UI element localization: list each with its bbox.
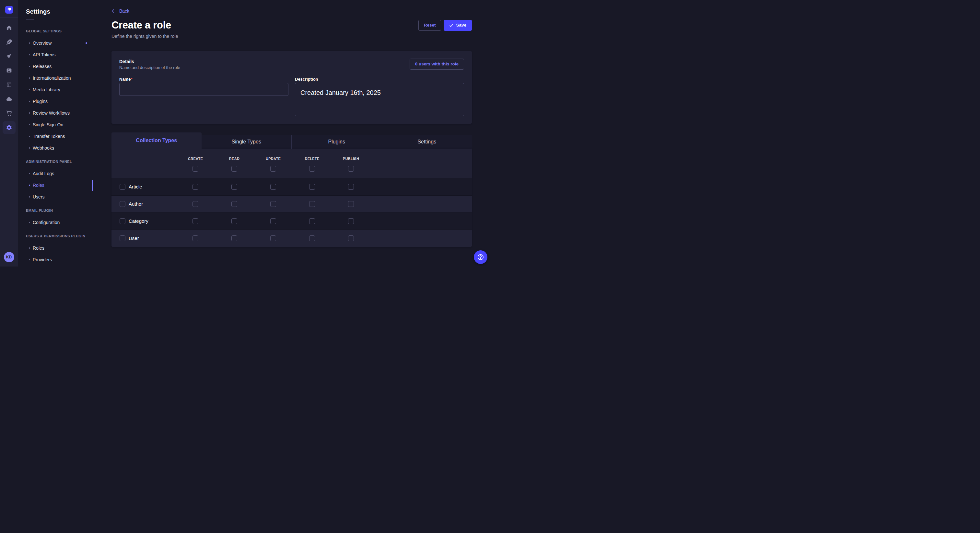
nav-paper-plane-button[interactable]: [3, 50, 16, 63]
tab-single-types[interactable]: Single Types: [202, 135, 292, 149]
nav-gear-button[interactable]: [3, 121, 16, 134]
settings-sidebar: Settings Global SettingsOverviewAPI Toke…: [18, 0, 93, 266]
nav-home-button[interactable]: [3, 21, 16, 34]
select-all-publish-checkbox[interactable]: [348, 166, 354, 171]
column-header-delete: Delete: [293, 157, 331, 160]
category-create-checkbox[interactable]: [192, 218, 198, 224]
sidebar-item-webhooks[interactable]: Webhooks: [18, 142, 93, 154]
sidebar-item-roles[interactable]: Roles: [18, 179, 93, 191]
article-publish-checkbox[interactable]: [348, 184, 354, 190]
help-button[interactable]: [474, 250, 487, 264]
gear-icon: [6, 124, 12, 131]
category-update-checkbox[interactable]: [270, 218, 276, 224]
row-article-checkbox[interactable]: [119, 184, 126, 190]
paper-plane-icon: [6, 53, 12, 60]
user-publish-checkbox[interactable]: [348, 235, 354, 241]
select-all-create-checkbox[interactable]: [192, 166, 198, 171]
sidebar-item-transfer-tokens[interactable]: Transfer Tokens: [18, 130, 93, 142]
sidebar-item-configuration[interactable]: Configuration: [18, 217, 93, 228]
tab-plugins[interactable]: Plugins: [292, 135, 382, 149]
sidebar-item-label: Plugins: [33, 99, 48, 104]
sidebar-item-label: Webhooks: [33, 145, 54, 151]
sidebar-item-audit-logs[interactable]: Audit Logs: [18, 168, 93, 179]
sidebar-item-overview[interactable]: Overview: [18, 37, 93, 49]
author-publish-checkbox[interactable]: [348, 201, 354, 207]
sidebar-item-plugins[interactable]: Plugins: [18, 95, 93, 107]
category-delete-checkbox[interactable]: [309, 218, 315, 224]
bullet-icon: [29, 43, 30, 44]
sidebar-item-media-library[interactable]: Media Library: [18, 84, 93, 95]
bullet-icon: [29, 148, 30, 149]
details-card: Details Name and description of the role…: [111, 51, 472, 124]
bullet-icon: [29, 113, 30, 114]
sidebar-item-review-workflows[interactable]: Review Workflows: [18, 107, 93, 119]
user-create-checkbox[interactable]: [192, 235, 198, 241]
save-button[interactable]: Save: [444, 20, 472, 31]
details-title: Details: [119, 59, 180, 65]
author-create-checkbox[interactable]: [192, 201, 198, 207]
page-subtitle: Define the rights given to the role: [111, 33, 472, 39]
sidebar-item-label: Configuration: [33, 220, 60, 225]
permission-row-author: Author: [111, 195, 472, 213]
nav-cart-button[interactable]: [3, 107, 16, 120]
article-delete-checkbox[interactable]: [309, 184, 315, 190]
strapi-logo[interactable]: [5, 6, 13, 14]
question-circle-icon: [477, 253, 485, 261]
sidebar-item-roles[interactable]: Roles: [18, 242, 93, 254]
permissions-tabs: Collection TypesSingle TypesPluginsSetti…: [111, 132, 472, 149]
nav-layout-button[interactable]: [3, 78, 16, 91]
article-update-checkbox[interactable]: [270, 184, 276, 190]
sidebar-item-internationalization[interactable]: Internationalization: [18, 72, 93, 84]
bullet-icon: [29, 222, 30, 223]
sidebar-item-label: Audit Logs: [33, 171, 54, 176]
arrow-left-icon: [111, 8, 117, 14]
author-delete-checkbox[interactable]: [309, 201, 315, 207]
row-author-checkbox[interactable]: [119, 201, 126, 207]
user-delete-checkbox[interactable]: [309, 235, 315, 241]
users-with-role-button[interactable]: 0 users with this role: [410, 59, 464, 70]
user-update-checkbox[interactable]: [270, 235, 276, 241]
row-category-checkbox[interactable]: [119, 218, 126, 224]
nav-divider-top: [0, 17, 18, 18]
sidebar-item-releases[interactable]: Releases: [18, 60, 93, 72]
users-with-role-label: 0 users with this role: [415, 61, 458, 67]
page-title: Create a role: [111, 19, 171, 32]
nav-cloud-button[interactable]: [3, 93, 16, 106]
select-all-update-checkbox[interactable]: [270, 166, 276, 171]
row-label: Article: [129, 184, 142, 190]
reset-button[interactable]: Reset: [418, 20, 441, 31]
select-all-read-checkbox[interactable]: [231, 166, 237, 171]
permissions-header-checkboxes: [111, 166, 472, 171]
sidebar-item-api-tokens[interactable]: API Tokens: [18, 49, 93, 60]
required-asterisk: *: [130, 77, 132, 82]
sidebar-item-users[interactable]: Users: [18, 191, 93, 203]
column-header-read: Read: [215, 157, 254, 160]
nav-feather-button[interactable]: [3, 36, 16, 49]
home-icon: [6, 25, 12, 31]
user-read-checkbox[interactable]: [231, 235, 237, 241]
name-input[interactable]: [119, 83, 288, 96]
reset-button-label: Reset: [424, 22, 436, 28]
sidebar-item-providers[interactable]: Providers: [18, 254, 93, 265]
sidebar-item-single-sign-on[interactable]: Single Sign-On: [18, 119, 93, 130]
sidebar-title-divider: [26, 19, 34, 20]
back-link[interactable]: Back: [111, 8, 129, 14]
category-publish-checkbox[interactable]: [348, 218, 354, 224]
tab-settings[interactable]: Settings: [382, 135, 472, 149]
description-textarea[interactable]: [295, 83, 464, 116]
author-read-checkbox[interactable]: [231, 201, 237, 207]
sidebar-item-label: Internationalization: [33, 75, 71, 81]
author-update-checkbox[interactable]: [270, 201, 276, 207]
cart-icon: [6, 110, 12, 117]
sidebar-item-label: Users: [33, 194, 45, 200]
avatar[interactable]: KD: [4, 252, 14, 262]
category-read-checkbox[interactable]: [231, 218, 237, 224]
row-user-checkbox[interactable]: [119, 235, 126, 241]
article-create-checkbox[interactable]: [192, 184, 198, 190]
tab-collection-types[interactable]: Collection Types: [111, 132, 202, 149]
sidebar-item-label: Roles: [33, 246, 45, 251]
article-read-checkbox[interactable]: [231, 184, 237, 190]
feather-icon: [6, 39, 12, 45]
nav-images-button[interactable]: [3, 64, 16, 77]
select-all-delete-checkbox[interactable]: [309, 166, 315, 171]
